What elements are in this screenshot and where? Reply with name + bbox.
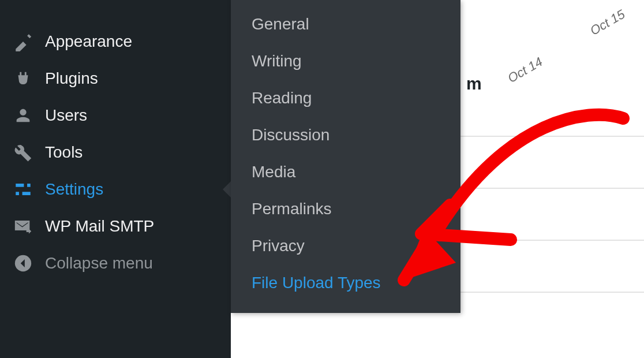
sidebar-item-appearance[interactable]: Appearance: [0, 23, 231, 60]
sidebar-item-users[interactable]: Users: [0, 97, 231, 134]
submenu-item-privacy[interactable]: Privacy: [231, 228, 460, 264]
submenu-item-discussion[interactable]: Discussion: [231, 117, 460, 154]
sidebar-item-label: Tools: [45, 143, 83, 162]
plugins-icon: [12, 67, 35, 90]
appearance-icon: [12, 30, 35, 53]
sidebar-item-settings[interactable]: Settings: [0, 171, 231, 208]
submenu-item-writing[interactable]: Writing: [231, 43, 460, 80]
sidebar-item-wpmail[interactable]: WP Mail SMTP: [0, 208, 231, 245]
submenu-item-general[interactable]: General: [231, 6, 460, 43]
chart-gridline: [460, 136, 644, 137]
sidebar-item-label: Collapse menu: [45, 254, 153, 273]
chart-gridline: [460, 292, 644, 293]
sidebar-item-tools[interactable]: Tools: [0, 134, 231, 171]
date-label: Oct 15: [588, 7, 628, 39]
submenu-item-permalinks[interactable]: Permalinks: [231, 191, 460, 228]
sidebar-item-label: Plugins: [45, 69, 98, 88]
sidebar-item-label: Appearance: [45, 32, 132, 51]
chart-date-labels: Oct 14 Oct 15: [506, 0, 644, 86]
submenu-item-file-upload-types[interactable]: File Upload Types: [231, 264, 460, 301]
submenu-item-reading[interactable]: Reading: [231, 80, 460, 117]
sidebar-item-collapse[interactable]: Collapse menu: [0, 245, 231, 282]
settings-icon: [12, 178, 35, 201]
chart-gridline: [460, 240, 644, 241]
sidebar-item-label: WP Mail SMTP: [45, 217, 154, 236]
chart-gridline: [460, 188, 644, 189]
content-text-fragment: m: [466, 74, 482, 94]
tools-icon: [12, 141, 35, 164]
collapse-icon: [12, 252, 35, 275]
sidebar-item-label: Users: [45, 106, 87, 125]
sidebar-item-label: Settings: [45, 180, 103, 199]
settings-submenu: General Writing Reading Discussion Media…: [231, 0, 460, 313]
sidebar-item-plugins[interactable]: Plugins: [0, 60, 231, 97]
admin-sidebar: Appearance Plugins Users Tools Settings …: [0, 0, 231, 358]
date-label: Oct 14: [506, 54, 545, 86]
submenu-item-media[interactable]: Media: [231, 154, 460, 191]
wpmail-icon: [12, 215, 35, 238]
users-icon: [12, 104, 35, 127]
